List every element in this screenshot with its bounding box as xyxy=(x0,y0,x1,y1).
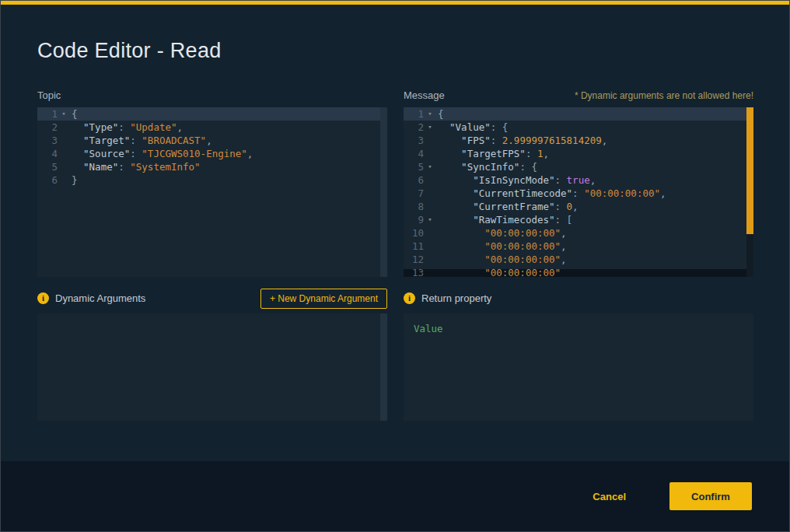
code-text: "Target": "BROADCAST", xyxy=(72,134,212,147)
message-header: Message * Dynamic arguments are not allo… xyxy=(404,89,753,105)
topic-scrollbar[interactable] xyxy=(380,107,387,277)
line-gutter: 4 xyxy=(37,147,72,160)
line-gutter: 11 xyxy=(404,240,438,253)
code-line[interactable]: 4 "TargetFPS": 1, xyxy=(404,147,753,160)
line-number: 1 xyxy=(404,107,424,121)
code-line[interactable]: 2▾ "Value": { xyxy=(404,121,753,134)
code-text: "Type": "Update", xyxy=(72,121,183,134)
code-line[interactable]: 8 "CurrentFrame": 0, xyxy=(404,200,753,213)
code-line[interactable]: 3 "FPS": 2.999997615814209, xyxy=(404,134,753,147)
line-number: 3 xyxy=(37,134,58,147)
code-line[interactable]: 3 "Target": "BROADCAST", xyxy=(37,134,387,147)
line-gutter: 12 xyxy=(404,253,438,266)
message-code-editor[interactable]: 1▾{2▾ "Value": {3 "FPS": 2.9999976158142… xyxy=(404,107,753,277)
dynamic-arguments-section: i Dynamic Arguments + New Dynamic Argume… xyxy=(37,288,387,421)
dynamic-arguments-scrollbar[interactable] xyxy=(380,313,387,421)
info-icon: i xyxy=(37,292,49,304)
code-text: "SyncInfo": { xyxy=(438,160,537,173)
line-gutter: 7 xyxy=(404,187,438,200)
code-line[interactable]: 6} xyxy=(37,173,387,187)
line-gutter: 9▾ xyxy=(404,213,438,226)
line-number: 11 xyxy=(404,240,424,253)
topic-code-editor[interactable]: 1▾{2 "Type": "Update",3 "Target": "BROAD… xyxy=(37,107,387,277)
cancel-button[interactable]: Cancel xyxy=(588,490,631,503)
line-gutter: 6 xyxy=(37,173,72,187)
fold-chevron-icon[interactable]: ▾ xyxy=(424,160,436,173)
fold-chevron-icon[interactable]: ▾ xyxy=(424,121,436,134)
line-number: 4 xyxy=(404,147,424,160)
code-text: "CurrentFrame": 0, xyxy=(438,200,579,213)
code-text: "Source": "TJCGWS010-Engine", xyxy=(72,147,253,160)
code-line[interactable]: 2 "Type": "Update", xyxy=(37,121,387,134)
line-number: 6 xyxy=(37,173,58,187)
line-gutter: 8 xyxy=(404,200,438,213)
line-gutter: 5 xyxy=(37,160,72,173)
code-editor-modal: Code Editor - Read Topic 1▾{2 "Type": "U… xyxy=(0,0,790,532)
code-line[interactable]: 9▾ "RawTimecodes": [ xyxy=(404,213,753,226)
line-gutter: 2▾ xyxy=(404,121,438,134)
line-number: 2 xyxy=(37,121,58,134)
new-dynamic-argument-button[interactable]: + New Dynamic Argument xyxy=(260,289,387,309)
fold-chevron-icon[interactable]: ▾ xyxy=(424,213,436,226)
line-number: 13 xyxy=(404,266,424,277)
fold-chevron-icon[interactable]: ▾ xyxy=(58,107,70,121)
code-line[interactable]: 1▾{ xyxy=(37,107,387,121)
code-line[interactable]: 13 "00:00:00:00" xyxy=(404,266,753,277)
confirm-button[interactable]: Confirm xyxy=(669,482,752,510)
dynamic-arguments-scrollbar-thumb[interactable] xyxy=(380,313,387,421)
message-scrollbar[interactable] xyxy=(746,107,753,277)
code-line[interactable]: 10 "00:00:00:00", xyxy=(404,226,753,240)
code-text: "00:00:00:00", xyxy=(438,226,567,240)
code-text: "IsInSyncMode": true, xyxy=(438,173,596,187)
line-gutter: 5▾ xyxy=(404,160,438,173)
topic-scrollbar-thumb[interactable] xyxy=(380,107,387,277)
code-line[interactable]: 11 "00:00:00:00", xyxy=(404,240,753,253)
return-property-header: i Return property xyxy=(404,288,753,309)
code-text: "Value": { xyxy=(438,121,508,134)
line-gutter: 1▾ xyxy=(404,107,438,121)
code-text: "TargetFPS": 1, xyxy=(438,147,549,160)
line-gutter: 6 xyxy=(404,173,438,187)
line-number: 5 xyxy=(37,160,58,173)
code-text: "FPS": 2.999997615814209, xyxy=(438,134,607,147)
line-gutter: 3 xyxy=(37,134,72,147)
line-number: 10 xyxy=(404,226,424,240)
code-text: "Name": "SystemInfo" xyxy=(72,160,201,173)
topic-header: Topic xyxy=(37,89,387,105)
line-gutter: 4 xyxy=(404,147,438,160)
editors-row: Topic 1▾{2 "Type": "Update",3 "Target": … xyxy=(1,89,789,277)
footer-bar: Cancel Confirm xyxy=(1,461,789,531)
line-gutter: 13 xyxy=(404,266,438,277)
page-title: Code Editor - Read xyxy=(37,39,789,63)
code-line[interactable]: 5 "Name": "SystemInfo" xyxy=(37,160,387,173)
code-line[interactable]: 5▾ "SyncInfo": { xyxy=(404,160,753,173)
line-number: 6 xyxy=(404,173,424,187)
line-gutter: 2 xyxy=(37,121,72,134)
line-number: 8 xyxy=(404,200,424,213)
code-text: "00:00:00:00" xyxy=(438,266,561,277)
dynamic-arguments-panel[interactable] xyxy=(37,313,387,421)
code-line[interactable]: 12 "00:00:00:00", xyxy=(404,253,753,266)
fold-chevron-icon[interactable]: ▾ xyxy=(424,107,436,121)
message-scrollbar-thumb[interactable] xyxy=(746,107,753,234)
dynamic-args-not-allowed-note: * Dynamic arguments are not allowed here… xyxy=(575,90,753,101)
line-gutter: 3 xyxy=(404,134,438,147)
line-number: 7 xyxy=(404,187,424,200)
code-line[interactable]: 1▾{ xyxy=(404,107,753,121)
dynamic-arguments-label: Dynamic Arguments xyxy=(55,292,145,304)
return-property-label: Return property xyxy=(421,292,491,304)
code-text: { xyxy=(438,107,444,121)
code-line[interactable]: 6 "IsInSyncMode": true, xyxy=(404,173,753,187)
line-number: 4 xyxy=(37,147,58,160)
line-number: 9 xyxy=(404,213,424,226)
info-icon: i xyxy=(404,292,415,304)
topic-label: Topic xyxy=(37,89,61,101)
code-line[interactable]: 4 "Source": "TJCGWS010-Engine", xyxy=(37,147,387,160)
return-property-panel[interactable]: Value xyxy=(404,313,753,421)
message-label: Message xyxy=(404,89,445,101)
top-accent-bar xyxy=(1,1,789,5)
line-number: 1 xyxy=(37,107,58,121)
return-property-value: Value xyxy=(414,323,443,334)
return-property-section: i Return property Value xyxy=(404,288,753,421)
code-line[interactable]: 7 "CurrentTimecode": "00:00:00:00", xyxy=(404,187,753,200)
